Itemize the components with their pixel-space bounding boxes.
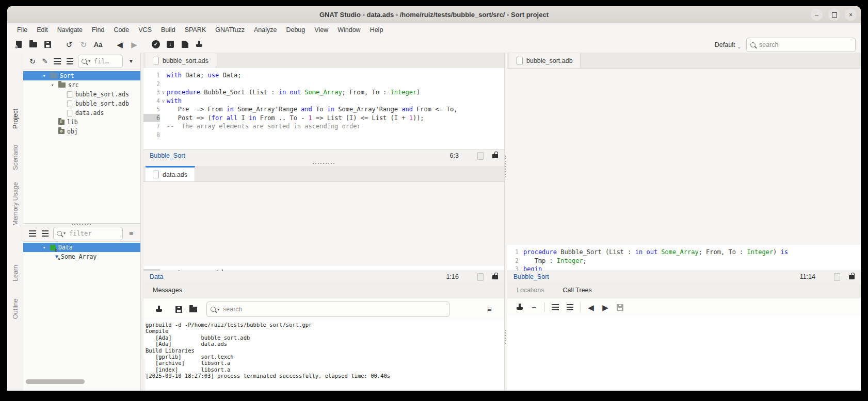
side-tab-learn[interactable]: Learn — [12, 265, 19, 281]
clear-button[interactable] — [513, 300, 526, 314]
expander-icon[interactable]: ▾ — [51, 82, 58, 88]
multi-cursor-button[interactable]: Aa — [91, 38, 105, 51]
line-number[interactable]: 4 — [143, 97, 160, 106]
load-console-button[interactable] — [186, 303, 200, 316]
horizontal-scrollbar-thumb[interactable] — [26, 379, 85, 384]
menu-find[interactable]: Find — [87, 26, 109, 34]
menu-file[interactable]: File — [12, 26, 32, 34]
editor-bubble-sort-ads[interactable]: 1with Data; use Data;23∨procedure Bubble… — [143, 68, 504, 153]
collapse-all-button[interactable] — [549, 300, 562, 314]
navigate-back-button[interactable]: ◀ — [113, 38, 126, 51]
close-button[interactable]: × — [845, 9, 857, 21]
line-number[interactable]: 6 — [143, 114, 160, 123]
scope-link[interactable]: Bubble_Sort — [150, 152, 185, 159]
clear-console-button[interactable] — [152, 303, 166, 316]
edit-project-button[interactable]: ✎ — [39, 55, 51, 68]
project-filter-input[interactable] — [93, 57, 119, 65]
line-number[interactable]: 1 — [507, 248, 519, 257]
fold-icon[interactable]: ∨ — [160, 97, 167, 106]
menu-analyze[interactable]: Analyze — [249, 26, 281, 34]
new-file-button[interactable] — [12, 38, 25, 51]
menu-window[interactable]: Window — [333, 26, 365, 34]
side-tab-scenario[interactable]: Scenario — [12, 145, 19, 170]
tab-bubble-sort-ads[interactable]: bubble_sort.ads — [146, 53, 216, 68]
tree-item-obj[interactable]: oobj — [23, 127, 140, 136]
line-number[interactable]: 1 — [143, 71, 160, 80]
redo-button[interactable]: ↻ — [77, 38, 90, 51]
build-install-button[interactable]: ↓ — [164, 38, 177, 51]
tree-item-Sort[interactable]: ▾Sort — [23, 71, 140, 80]
expand-all-button[interactable] — [39, 227, 51, 240]
outline-item-data[interactable]: ▾Data — [23, 243, 140, 252]
save-button[interactable] — [41, 38, 54, 51]
unlocked-icon[interactable] — [492, 275, 498, 279]
prove-button[interactable] — [178, 38, 191, 51]
tab-data-ads[interactable]: data.ads — [146, 166, 195, 181]
menu-gnatfuzz[interactable]: GNATfuzz — [211, 26, 249, 34]
remove-button[interactable]: − — [527, 300, 541, 314]
expand-all-button[interactable] — [563, 300, 576, 314]
tree-item-data-ads[interactable]: data.ads — [23, 108, 140, 118]
maximize-button[interactable] — [828, 9, 840, 21]
unlocked-icon[interactable] — [849, 275, 855, 279]
splitter-handle[interactable] — [505, 156, 506, 179]
clean-button[interactable] — [192, 38, 206, 51]
line-number[interactable]: 5 — [143, 105, 160, 114]
side-tab-project[interactable]: Project — [12, 109, 19, 129]
collapse-all-button[interactable] — [51, 55, 63, 68]
global-search-input[interactable] — [758, 41, 851, 49]
menu-navigate[interactable]: Navigate — [53, 26, 87, 34]
collapse-all-button[interactable] — [26, 227, 39, 240]
tree-item-lib[interactable]: Llib — [23, 118, 140, 127]
menu-spark[interactable]: SPARK — [180, 26, 211, 34]
outline-filter-input[interactable] — [68, 229, 119, 238]
minimize-button[interactable]: – — [811, 9, 823, 21]
messages-menu-button[interactable]: ≡ — [487, 305, 492, 314]
menu-edit[interactable]: Edit — [32, 26, 53, 34]
panel-menu-button[interactable]: ▼ — [125, 55, 137, 68]
panel-menu-button[interactable]: ≡ — [125, 227, 137, 240]
build-all-button[interactable]: ✓ — [149, 38, 163, 51]
build-console[interactable]: gprbuild -d -P/home/ruiz/tests/bubble_so… — [146, 322, 504, 391]
tree-item-bubble_sort-ads[interactable]: bubble_sort.ads — [23, 90, 140, 99]
line-number[interactable]: 7 — [143, 122, 160, 131]
menu-help[interactable]: Help — [365, 26, 388, 34]
save-tree-button[interactable] — [613, 300, 626, 314]
history-forward-button[interactable]: ▶ — [599, 300, 612, 314]
open-file-button[interactable] — [26, 38, 40, 51]
line-number[interactable]: 2 — [507, 257, 519, 265]
refresh-button[interactable]: ↻ — [26, 55, 39, 68]
menu-debug[interactable]: Debug — [281, 26, 310, 34]
tab-messages[interactable]: Messages — [143, 287, 191, 294]
save-console-button[interactable] — [172, 303, 185, 316]
perspective-selector[interactable]: Default — [715, 41, 735, 48]
scope-link[interactable]: Bubble_Sort — [513, 273, 549, 280]
tree-item-src[interactable]: ▾src — [23, 80, 140, 90]
splitter-handle[interactable] — [505, 330, 506, 345]
fold-icon[interactable]: ∨ — [160, 88, 167, 97]
menu-code[interactable]: Code — [109, 26, 134, 34]
editor-hsplitter[interactable] — [143, 161, 504, 166]
line-number[interactable]: 8 — [143, 131, 160, 140]
menu-vcs[interactable]: VCS — [134, 26, 156, 34]
expander-icon[interactable]: ▾ — [43, 245, 50, 250]
tree-item-bubble_sort-adb[interactable]: bubble_sort.adb — [23, 99, 140, 108]
unlocked-icon[interactable] — [492, 154, 498, 158]
menu-view[interactable]: View — [310, 26, 333, 34]
line-number[interactable]: 3 — [143, 88, 160, 97]
tab-bubble-sort-adb[interactable]: bubble_sort.adb — [509, 53, 581, 68]
undo-button[interactable]: ↺ — [62, 38, 76, 51]
history-back-button[interactable]: ◀ — [584, 300, 598, 314]
calltrees-content[interactable] — [507, 316, 861, 391]
menu-build[interactable]: Build — [156, 26, 180, 34]
side-tab-memory-usage[interactable]: Memory Usage — [12, 182, 19, 226]
scope-link[interactable]: Data — [150, 273, 163, 280]
tab-locations[interactable]: Locations — [507, 287, 554, 294]
title-bar[interactable]: GNAT Studio - data.ads - /home/ruiz/test… — [7, 6, 861, 24]
line-number[interactable]: 2 — [143, 80, 160, 89]
expand-all-button[interactable] — [63, 55, 76, 68]
side-tab-outline[interactable]: Outline — [12, 298, 19, 319]
expander-icon[interactable]: ▾ — [43, 73, 50, 78]
outline-item-some_array[interactable]: ▼Some_Array — [23, 252, 140, 261]
navigate-forward-button[interactable]: ▶ — [127, 38, 141, 51]
